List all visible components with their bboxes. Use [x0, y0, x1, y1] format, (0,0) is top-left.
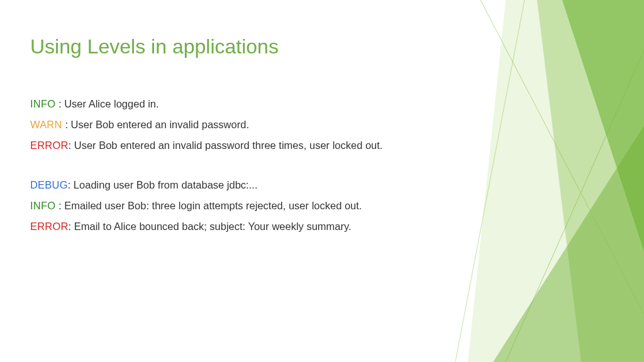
log-message: User Alice logged in.	[64, 98, 158, 109]
log-level: WARN	[30, 119, 65, 130]
log-level: DEBUG	[30, 179, 68, 190]
log-level: ERROR	[30, 140, 69, 151]
log-sep: :	[58, 98, 64, 109]
log-line: DEBUG: Loading user Bob from database jd…	[30, 175, 606, 195]
log-line: ERROR: User Bob entered an invalid passw…	[30, 135, 606, 156]
log-line: ERROR: Email to Alice bounced back; subj…	[30, 216, 606, 237]
log-message: Emailed user Bob: three login attempts r…	[64, 200, 362, 211]
log-group-spacer	[30, 156, 606, 175]
log-message: Loading user Bob from database jdbc:...	[74, 179, 258, 190]
log-level: INFO	[30, 200, 58, 211]
log-block: INFO : User Alice logged in. WARN : User…	[30, 94, 606, 237]
slide-title: Using Levels in applications	[30, 35, 606, 58]
log-line: INFO : Emailed user Bob: three login att…	[30, 195, 606, 216]
log-message: User Bob entered an invalid password.	[71, 119, 249, 130]
log-line: INFO : User Alice logged in.	[30, 94, 606, 114]
log-sep: :	[65, 119, 70, 130]
log-level: INFO	[30, 98, 58, 109]
log-message: User Bob entered an invalid password thr…	[74, 140, 383, 151]
log-sep: :	[58, 200, 64, 211]
log-sep: :	[68, 179, 74, 190]
log-level: ERROR	[30, 221, 69, 232]
log-sep: :	[69, 140, 74, 151]
slide-content: Using Levels in applications INFO : User…	[0, 0, 644, 237]
log-sep: :	[69, 221, 74, 232]
log-line: WARN : User Bob entered an invalid passw…	[30, 114, 606, 135]
log-message: Email to Alice bounced back; subject: Yo…	[74, 221, 352, 232]
